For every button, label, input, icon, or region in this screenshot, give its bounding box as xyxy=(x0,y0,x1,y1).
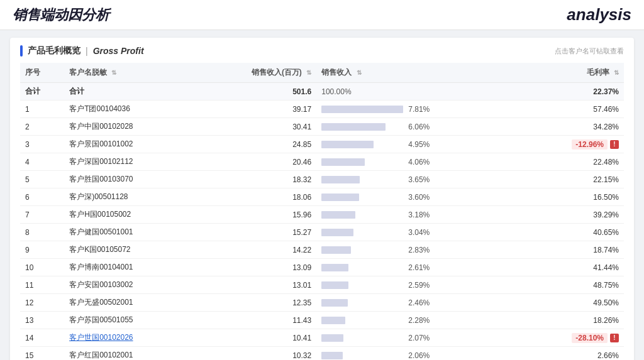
cell-revenue: 13.01 xyxy=(194,276,316,294)
card-title-accent-bar xyxy=(20,45,23,57)
cell-margin: 18.74% xyxy=(524,241,624,259)
cell-index: 8 xyxy=(20,224,64,241)
table-wrapper: 序号 客户名脱敏 ⇅ 销售收入(百万) ⇅ 销售收入 ⇅ 毛利率 ⇅ 合计 合计 xyxy=(20,63,624,360)
cell-name[interactable]: 客户T团00104036 xyxy=(64,101,194,118)
cell-margin: 40.65% xyxy=(524,224,624,241)
table-header: 序号 客户名脱敏 ⇅ 销售收入(百万) ⇅ 销售收入 ⇅ 毛利率 ⇅ xyxy=(20,63,624,83)
sort-icon-bar[interactable]: ⇅ xyxy=(357,69,362,76)
cell-revenue: 12.35 xyxy=(194,294,316,312)
cell-margin: 34.28% xyxy=(524,118,624,136)
cell-bar: 2.28% xyxy=(316,312,524,329)
col-header-margin: 毛利率 ⇅ xyxy=(524,63,624,83)
sort-icon-name[interactable]: ⇅ xyxy=(111,69,116,76)
cell-bar: 3.65% xyxy=(316,171,524,188)
table-row: 14客户世国0010202610.412.07%-28.10%! xyxy=(20,329,624,347)
cell-name[interactable]: 客户安国00103002 xyxy=(64,276,194,294)
cell-name[interactable]: 客户无盛00502001 xyxy=(64,294,194,312)
cell-bar: 3.04% xyxy=(316,224,524,241)
cell-revenue: 15.96 xyxy=(194,206,316,224)
cell-margin: 16.50% xyxy=(524,188,624,206)
cell-name[interactable]: 客户胜国00103070 xyxy=(64,171,194,188)
cell-name[interactable]: 客户博南00104001 xyxy=(64,259,194,276)
table-row: 7客户H国0010500215.963.18%39.29% xyxy=(20,206,624,224)
cell-name[interactable]: 客户景国00101002 xyxy=(64,136,194,153)
cell-revenue: 15.27 xyxy=(194,224,316,241)
col-header-index: 序号 xyxy=(20,63,64,83)
table-row: 13客户苏国0050105511.432.28%18.26% xyxy=(20,312,624,329)
alert-icon: ! xyxy=(610,140,619,149)
sort-icon-margin[interactable]: ⇅ xyxy=(614,69,619,76)
total-revenue: 501.6 xyxy=(194,83,316,101)
cell-revenue: 20.46 xyxy=(194,153,316,171)
cell-name[interactable]: 客户K国00105072 xyxy=(64,241,194,259)
cell-bar: 2.59% xyxy=(316,276,524,294)
total-bar-cell: 100.00% xyxy=(316,83,524,101)
cell-name[interactable]: 客户H国00105002 xyxy=(64,206,194,224)
cell-name[interactable]: 客户深)00501128 xyxy=(64,188,194,206)
card-title-sep: | xyxy=(86,46,88,56)
cell-name[interactable]: 客户世国00102026 xyxy=(64,329,194,347)
cell-margin: -12.96%! xyxy=(524,136,624,153)
cell-name[interactable]: 客户中国00102028 xyxy=(64,118,194,136)
cell-index: 12 xyxy=(20,294,64,312)
cell-margin: 22.15% xyxy=(524,171,624,188)
cell-revenue: 24.85 xyxy=(194,136,316,153)
main-content: 产品毛利概览 | Gross Profit 点击客户名可钻取查看 序号 客户名脱… xyxy=(0,30,644,360)
cell-revenue: 18.06 xyxy=(194,188,316,206)
cell-index: 15 xyxy=(20,347,64,361)
table-row: 10客户博南0010400113.092.61%41.44% xyxy=(20,259,624,276)
col-header-revenue: 销售收入(百万) ⇅ xyxy=(194,63,316,83)
cell-revenue: 18.32 xyxy=(194,171,316,188)
table-body: 合计 合计 501.6 100.00% 22.37% 1客户T团00104036… xyxy=(20,83,624,361)
cell-bar: 7.81% xyxy=(316,101,524,118)
cell-index: 1 xyxy=(20,101,64,118)
col-header-name: 客户名脱敏 ⇅ xyxy=(64,63,194,83)
card-title-en: Gross Profit xyxy=(93,46,144,56)
table-row: 6客户深)0050112818.063.60%16.50% xyxy=(20,188,624,206)
total-name: 合计 xyxy=(64,83,194,101)
cell-margin: 57.46% xyxy=(524,101,624,118)
cell-margin: 48.75% xyxy=(524,276,624,294)
cell-index: 10 xyxy=(20,259,64,276)
cell-index: 3 xyxy=(20,136,64,153)
gross-profit-card: 产品毛利概览 | Gross Profit 点击客户名可钻取查看 序号 客户名脱… xyxy=(10,38,634,360)
page-title-cn: 销售端动因分析 xyxy=(13,6,109,25)
card-title-wrapper: 产品毛利概览 | Gross Profit xyxy=(20,45,144,57)
cell-name[interactable]: 客户健国00501001 xyxy=(64,224,194,241)
total-row: 合计 合计 501.6 100.00% 22.37% xyxy=(20,83,624,101)
cell-revenue: 10.41 xyxy=(194,329,316,347)
cell-bar: 2.06% xyxy=(316,347,524,361)
cell-index: 7 xyxy=(20,206,64,224)
cell-name[interactable]: 客户苏国00501055 xyxy=(64,312,194,329)
cell-bar: 2.46% xyxy=(316,294,524,312)
cell-index: 4 xyxy=(20,153,64,171)
cell-index: 2 xyxy=(20,118,64,136)
table-row: 11客户安国0010300213.012.59%48.75% xyxy=(20,276,624,294)
cell-revenue: 13.09 xyxy=(194,259,316,276)
cell-name[interactable]: 客户深国00102112 xyxy=(64,153,194,171)
sort-icon-revenue[interactable]: ⇅ xyxy=(306,69,311,76)
table-row: 4客户深国0010211220.464.06%22.48% xyxy=(20,153,624,171)
card-header: 产品毛利概览 | Gross Profit 点击客户名可钻取查看 xyxy=(20,45,624,57)
cell-index: 14 xyxy=(20,329,64,347)
cell-margin: 22.48% xyxy=(524,153,624,171)
cell-name[interactable]: 客户红国00102001 xyxy=(64,347,194,361)
cell-bar: 4.06% xyxy=(316,153,524,171)
card-hint: 点击客户名可钻取查看 xyxy=(555,46,624,56)
cell-margin: 18.26% xyxy=(524,312,624,329)
cell-index: 9 xyxy=(20,241,64,259)
cell-revenue: 11.43 xyxy=(194,312,316,329)
cell-bar: 6.06% xyxy=(316,118,524,136)
cell-bar: 2.07% xyxy=(316,329,524,347)
cell-index: 6 xyxy=(20,188,64,206)
alert-icon: ! xyxy=(610,334,619,342)
cell-bar: 3.60% xyxy=(316,188,524,206)
cell-revenue: 10.32 xyxy=(194,347,316,361)
table-row: 15客户红国0010200110.322.06%2.66% xyxy=(20,347,624,361)
table-row: 3客户景国0010100224.854.95%-12.96%! xyxy=(20,136,624,153)
page-title-en: analysis xyxy=(567,5,631,25)
cell-margin: 49.50% xyxy=(524,294,624,312)
cell-revenue: 30.41 xyxy=(194,118,316,136)
cell-margin: 41.44% xyxy=(524,259,624,276)
cell-index: 13 xyxy=(20,312,64,329)
